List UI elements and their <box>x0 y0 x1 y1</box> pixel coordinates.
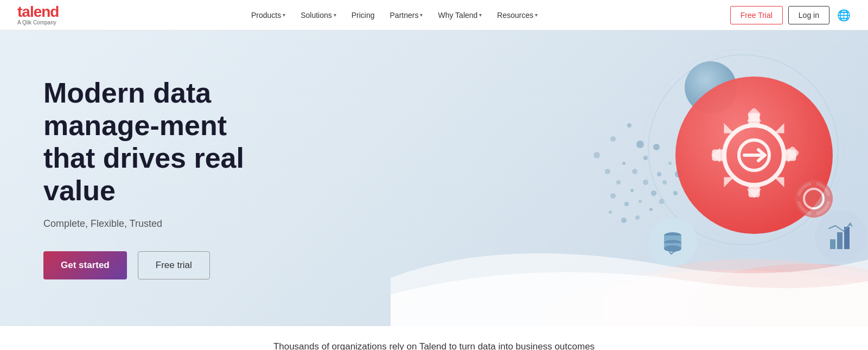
svg-point-18 <box>639 200 642 203</box>
navbar: talend A Qlik Company Products ▾ Solutio… <box>0 0 868 30</box>
nav-actions: Free Trial Log in 🌐 <box>730 6 851 24</box>
svg-rect-46 <box>795 196 801 201</box>
svg-point-22 <box>609 211 612 214</box>
logo-subtitle: A Qlik Company <box>17 20 59 26</box>
products-chevron-icon: ▾ <box>283 12 285 18</box>
resources-chevron-icon: ▾ <box>535 12 538 18</box>
nav-partners-label: Partners <box>390 11 419 20</box>
svg-rect-37 <box>713 151 723 160</box>
hero-title: Modern data manage-ment that drives real… <box>43 77 282 207</box>
svg-point-4 <box>627 123 631 128</box>
svg-point-20 <box>662 180 667 184</box>
free-trial-hero-button[interactable]: Free trial <box>138 251 210 279</box>
svg-point-23 <box>621 218 627 223</box>
svg-point-6 <box>605 169 610 174</box>
nav-resources-label: Resources <box>497 11 533 20</box>
logo[interactable]: talend A Qlik Company <box>17 4 59 26</box>
nav-why-talend[interactable]: Why Talend ▾ <box>431 7 488 24</box>
svg-point-7 <box>622 162 626 165</box>
svg-rect-56 <box>837 232 843 249</box>
hero-subtitle: Complete, Flexible, Trusted <box>43 218 282 230</box>
svg-point-3 <box>610 136 616 142</box>
svg-point-12 <box>630 189 634 192</box>
globe-icon[interactable]: 🌐 <box>837 9 851 22</box>
nav-partners[interactable]: Partners ▾ <box>384 7 430 24</box>
get-started-button[interactable]: Get started <box>43 251 127 279</box>
nav-pricing[interactable]: Pricing <box>345 7 381 24</box>
hero-content: Modern data manage-ment that drives real… <box>0 44 326 311</box>
hero-buttons: Get started Free trial <box>43 251 282 279</box>
hero-section: Modern data manage-ment that drives real… <box>0 30 868 326</box>
nav-links: Products ▾ Solutions ▾ Pricing Partners … <box>245 7 544 24</box>
svg-point-53 <box>664 245 681 252</box>
svg-point-10 <box>653 144 660 150</box>
svg-point-17 <box>624 202 629 206</box>
svg-point-9 <box>643 156 648 160</box>
solutions-chevron-icon: ▾ <box>334 12 336 18</box>
logo-name: talend <box>17 4 59 20</box>
hero-illustration <box>391 30 868 326</box>
nav-products[interactable]: Products ▾ <box>245 7 292 24</box>
nav-products-label: Products <box>251 11 281 20</box>
nav-pricing-label: Pricing <box>352 11 375 20</box>
partners-chevron-icon: ▾ <box>420 12 423 18</box>
nav-solutions[interactable]: Solutions ▾ <box>294 7 343 24</box>
svg-point-14 <box>657 172 661 176</box>
svg-point-27 <box>673 191 678 195</box>
svg-point-16 <box>610 193 616 199</box>
why-talend-chevron-icon: ▾ <box>479 12 482 18</box>
svg-rect-55 <box>830 239 835 249</box>
nav-solutions-label: Solutions <box>301 11 332 20</box>
svg-point-8 <box>632 169 637 174</box>
nav-free-trial-button[interactable]: Free Trial <box>730 6 783 24</box>
nav-login-button[interactable]: Log in <box>788 6 829 24</box>
svg-point-25 <box>649 208 653 211</box>
svg-point-11 <box>616 180 621 184</box>
nav-why-talend-label: Why Talend <box>438 11 477 20</box>
svg-rect-36 <box>750 186 758 196</box>
svg-rect-45 <box>811 211 816 218</box>
svg-rect-44 <box>811 180 816 186</box>
svg-point-2 <box>593 152 600 158</box>
svg-point-24 <box>635 215 640 220</box>
nav-resources[interactable]: Resources ▾ <box>490 7 544 24</box>
tagline-bar: Thousands of organizations rely on Talen… <box>0 326 868 350</box>
tagline-text: Thousands of organizations rely on Talen… <box>273 341 595 350</box>
svg-rect-47 <box>826 196 833 201</box>
svg-point-15 <box>668 162 672 165</box>
